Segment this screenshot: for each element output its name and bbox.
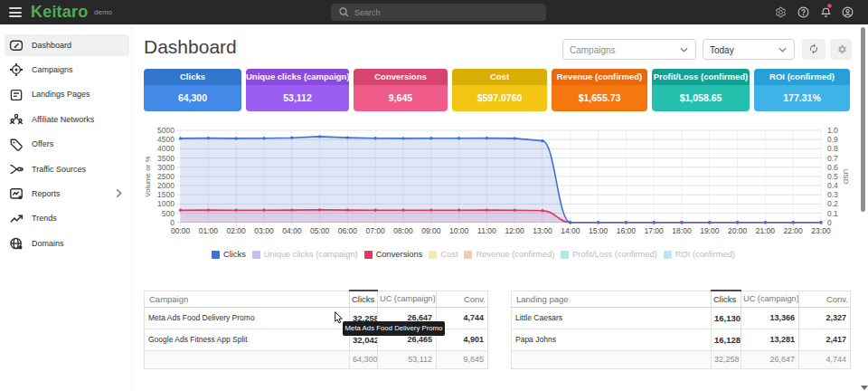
- svg-text:23:00: 23:00: [811, 226, 831, 235]
- svg-text:14:00: 14:00: [561, 226, 580, 235]
- svg-text:16:00: 16:00: [617, 226, 637, 235]
- svg-text:20:00: 20:00: [728, 226, 748, 235]
- svg-text:USD: USD: [842, 169, 850, 185]
- svg-text:13:00: 13:00: [533, 226, 552, 235]
- svg-text:0.3: 0.3: [827, 190, 838, 199]
- svg-text:09:00: 09:00: [421, 226, 441, 235]
- svg-text:2500: 2500: [157, 172, 175, 181]
- svg-text:04:00: 04:00: [282, 226, 302, 235]
- svg-text:06:00: 06:00: [338, 226, 358, 235]
- svg-text:0.2: 0.2: [827, 199, 838, 208]
- svg-text:0.7: 0.7: [827, 154, 838, 163]
- svg-text:4000: 4000: [157, 144, 175, 153]
- svg-text:500: 500: [162, 209, 175, 218]
- svg-text:21:00: 21:00: [756, 226, 776, 235]
- svg-text:Volume or %: Volume or %: [144, 156, 152, 196]
- svg-text:10:00: 10:00: [449, 226, 469, 235]
- svg-text:0.5: 0.5: [827, 172, 838, 181]
- svg-text:12:00: 12:00: [505, 226, 525, 235]
- svg-text:07:00: 07:00: [366, 226, 386, 235]
- svg-text:0.1: 0.1: [827, 209, 838, 218]
- svg-text:02:00: 02:00: [227, 226, 247, 235]
- svg-text:11:00: 11:00: [477, 226, 496, 235]
- svg-text:5000: 5000: [157, 126, 175, 135]
- svg-text:19:00: 19:00: [700, 226, 720, 235]
- svg-text:15:00: 15:00: [589, 226, 609, 235]
- svg-text:22:00: 22:00: [784, 226, 804, 235]
- svg-text:18:00: 18:00: [672, 226, 692, 235]
- svg-text:00:00: 00:00: [171, 226, 191, 235]
- svg-text:17:00: 17:00: [645, 226, 665, 235]
- svg-text:01:00: 01:00: [199, 226, 219, 235]
- svg-text:0.6: 0.6: [827, 163, 838, 172]
- svg-text:4500: 4500: [157, 135, 175, 144]
- svg-text:3000: 3000: [157, 163, 175, 172]
- svg-text:08:00: 08:00: [393, 226, 413, 235]
- svg-text:0.9: 0.9: [827, 135, 838, 144]
- svg-text:05:00: 05:00: [310, 226, 330, 235]
- svg-text:03:00: 03:00: [254, 226, 274, 235]
- svg-text:1.0: 1.0: [827, 126, 838, 135]
- svg-text:0.4: 0.4: [827, 181, 838, 190]
- svg-text:2000: 2000: [157, 181, 175, 190]
- svg-text:1000: 1000: [157, 199, 175, 208]
- svg-text:1500: 1500: [157, 190, 175, 199]
- svg-text:0.8: 0.8: [827, 144, 838, 153]
- svg-text:3500: 3500: [157, 154, 175, 163]
